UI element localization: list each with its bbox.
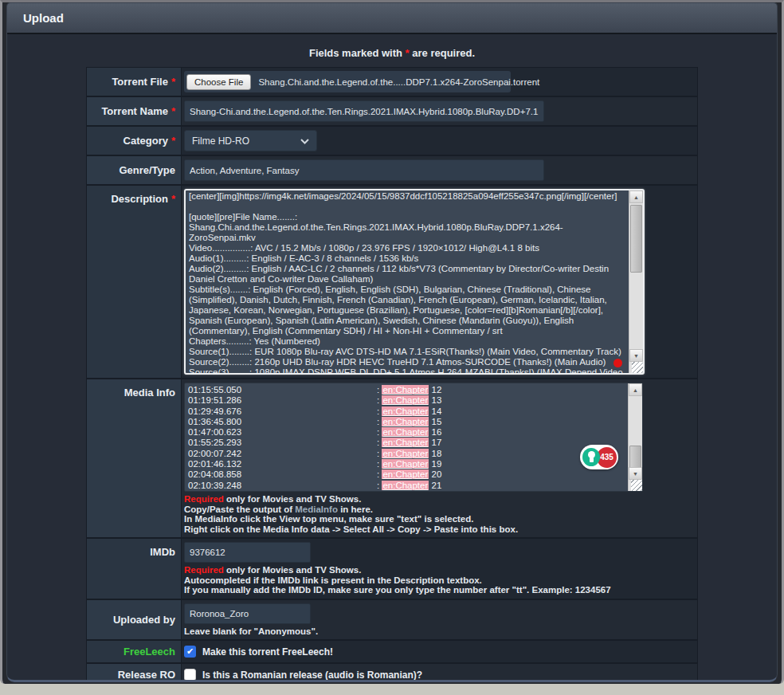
required-word: Required — [184, 565, 224, 575]
required-fields-notice: Fields marked with * are required. — [7, 47, 777, 59]
torrent-file-input[interactable]: Choose File Shang.Chi.and.the.Legend.of.… — [184, 71, 511, 92]
row-release-ro: Release RO Is this a Romanian release (a… — [87, 664, 697, 682]
uploaded-by-label: Uploaded by — [87, 600, 182, 640]
genre-cell — [182, 156, 697, 184]
help-line: Required only for Movies and TV Shows. — [184, 565, 691, 575]
mediainfo-link[interactable]: MediaInfo — [295, 505, 338, 514]
label-text: Description — [111, 193, 168, 205]
extension-overlay-badge[interactable]: 435 — [580, 445, 618, 469]
media-info-line: 02:00:07.242: en:Chapter 18 — [188, 449, 628, 459]
choose-file-button[interactable]: Choose File — [186, 74, 251, 90]
required-word: Required — [184, 494, 224, 504]
chevron-down-icon — [300, 135, 309, 147]
row-torrent-name: Torrent Name* — [87, 97, 697, 127]
chapter-tag: en:Chapter — [382, 469, 429, 479]
uploaded-by-input[interactable] — [184, 603, 311, 624]
notice-text: Fields marked with — [309, 47, 402, 59]
label-text: Torrent Name — [101, 105, 168, 117]
label-text: Release RO — [118, 669, 175, 681]
media-info-lines: 01:15:55.050: en:Chapter 1201:19:51.286:… — [188, 385, 628, 491]
chapter-number: 12 — [429, 385, 441, 395]
media-info-line: 02:10:39.248: en:Chapter 21 — [188, 481, 628, 491]
help-line: In MediaInfo click the View top menu, ma… — [184, 514, 691, 524]
chapter-number: 18 — [429, 449, 441, 458]
scroll-down-arrow-icon[interactable]: ▼ — [629, 349, 643, 362]
media-info-textarea[interactable]: 01:15:55.050: en:Chapter 1201:19:51.286:… — [184, 383, 643, 492]
chapter-time: 01:47:00.623 — [188, 427, 377, 438]
label-text: Genre/Type — [119, 164, 175, 176]
torrent-name-label: Torrent Name* — [87, 97, 182, 125]
media-info-line: 01:55:25.293: en:Chapter 17 — [188, 438, 628, 448]
media-info-line: 01:47:00.623: en:Chapter 16 — [188, 427, 628, 438]
scroll-up-arrow-icon[interactable]: ▲ — [629, 190, 643, 203]
media-info-line: 01:15:55.050: en:Chapter 12 — [188, 385, 628, 395]
imdb-input[interactable] — [184, 542, 311, 563]
genre-input[interactable] — [184, 159, 544, 181]
chapter-time: 01:15:55.050 — [188, 385, 377, 395]
category-select[interactable]: Filme HD-RO — [184, 130, 317, 151]
required-asterisk: * — [171, 193, 175, 205]
help-line: If you manually add the IMDb ID, make su… — [184, 585, 691, 595]
media-info-line: 01:29:49.676: en:Chapter 14 — [188, 406, 628, 417]
resize-grip[interactable] — [632, 362, 643, 373]
upload-form: Torrent File* Choose File Shang.Chi.and.… — [86, 67, 698, 682]
release-ro-checkbox[interactable] — [184, 669, 196, 681]
category-selected-value: Filme HD-RO — [192, 135, 249, 147]
scroll-up-arrow-icon[interactable]: ▲ — [629, 383, 642, 396]
upload-window: Upload Fields marked with * are required… — [0, 0, 784, 684]
help-text: only for Movies and TV Shows. — [224, 494, 362, 504]
imdb-label: IMDb — [87, 539, 182, 599]
resize-grip[interactable] — [631, 480, 642, 491]
media-info-line: 01:19:51.286: en:Chapter 13 — [188, 395, 628, 406]
freeleech-checkbox[interactable] — [184, 646, 196, 658]
chapter-time: 01:36:45.800 — [188, 417, 377, 427]
help-line: Right click on the Media Info data -> Se… — [184, 524, 691, 535]
row-uploaded-by: Uploaded by Leave blank for "Anonymous". — [87, 600, 697, 642]
chapter-time: 02:00:07.242 — [188, 449, 377, 459]
page-title-bar: Upload — [7, 3, 777, 34]
row-torrent-file: Torrent File* Choose File Shang.Chi.and.… — [87, 68, 697, 97]
chapter-tag: en:Chapter — [382, 417, 429, 426]
scroll-down-arrow-icon[interactable]: ▼ — [629, 467, 642, 480]
scrollbar-thumb[interactable] — [630, 205, 642, 273]
chapter-number: 19 — [429, 459, 441, 469]
media-info-line: 01:36:45.800: en:Chapter 15 — [188, 417, 628, 427]
required-asterisk: * — [171, 135, 175, 147]
page-title: Upload — [23, 11, 64, 25]
description-text: [center][img]https://img4k.net/images/20… — [189, 191, 626, 375]
media-info-line: 02:04:08.858: en:Chapter 20 — [188, 469, 628, 480]
help-line: Copy/Paste the output of MediaInfo in he… — [184, 505, 691, 515]
release-ro-text: Is this a Romanian release (audio is Rom… — [202, 669, 422, 681]
torrent-filename: Shang.Chi.and.the.Legend.of.the.....DDP7… — [258, 77, 539, 87]
uploaded-by-cell: Leave blank for "Anonymous". — [182, 600, 697, 640]
help-text: Copy/Paste the output of — [184, 505, 295, 514]
label-text: FreeLeech — [123, 646, 175, 658]
release-ro-cell: Is this a Romanian release (audio is Rom… — [182, 664, 697, 682]
chapter-time: 01:55:25.293 — [188, 438, 377, 448]
genre-label: Genre/Type — [87, 156, 182, 184]
chapter-time: 02:10:39.248 — [188, 481, 377, 491]
row-genre: Genre/Type — [87, 156, 697, 186]
chapter-number: 13 — [429, 395, 441, 405]
media-info-scrollbar[interactable]: ▲ ▼ — [628, 383, 642, 491]
help-line: Autocompleted if the IMDb link is presen… — [184, 575, 691, 586]
torrent-name-input[interactable] — [184, 100, 544, 122]
chapter-number: 21 — [429, 481, 441, 490]
upload-panel: Upload Fields marked with * are required… — [6, 2, 778, 682]
chapter-tag: en:Chapter — [382, 427, 429, 437]
chapter-time: 02:01:46.132 — [188, 459, 377, 469]
description-scrollbar[interactable]: ▲ ▼ — [629, 190, 643, 373]
chapter-tag: en:Chapter — [382, 449, 429, 458]
notice-text-2: are required. — [412, 47, 475, 59]
media-info-cell: 01:15:55.050: en:Chapter 1201:19:51.286:… — [182, 379, 697, 537]
chapter-number: 20 — [429, 469, 441, 479]
description-textarea[interactable]: [center][img]https://img4k.net/images/20… — [184, 189, 645, 375]
freeleech-text: Make this torrent FreeLeech! — [202, 646, 333, 658]
description-label: Description* — [87, 186, 182, 378]
chapter-tag: en:Chapter — [382, 385, 429, 395]
chapter-number: 15 — [429, 417, 441, 426]
uploaded-by-help: Leave blank for "Anonymous". — [184, 626, 691, 637]
chapter-tag: en:Chapter — [382, 481, 429, 490]
imdb-cell: Required only for Movies and TV Shows. A… — [182, 539, 697, 599]
row-description: Description* [center][img]https://img4k.… — [87, 186, 697, 379]
